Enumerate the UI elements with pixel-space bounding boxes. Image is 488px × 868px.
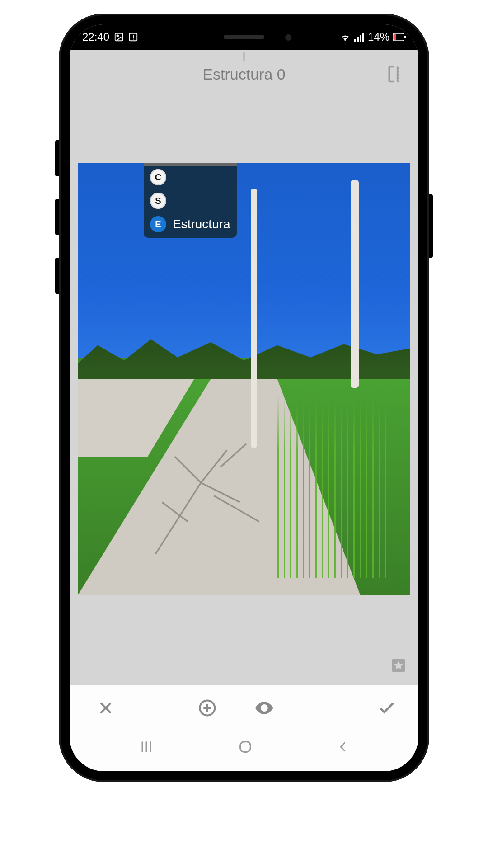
svg-rect-15: [240, 742, 251, 752]
screen: 22:40 14%: [70, 24, 418, 771]
cancel-button[interactable]: [83, 699, 128, 717]
photo-decor: [251, 189, 257, 448]
adjust-chip: C: [150, 169, 166, 185]
svg-point-1: [117, 35, 118, 37]
svg-rect-5: [354, 39, 356, 42]
phone-frame: 22:40 14%: [59, 14, 429, 782]
adjust-structure[interactable]: E Estructura: [148, 216, 232, 232]
bookmark-star-icon[interactable]: [389, 656, 408, 675]
photo-decor: [137, 431, 291, 561]
status-time: 22:40: [82, 31, 109, 43]
svg-rect-11: [404, 36, 406, 38]
adjust-contrast[interactable]: C: [148, 169, 168, 185]
svg-rect-4: [133, 39, 134, 40]
photo-decor: [277, 396, 390, 578]
adjust-chip: E: [150, 216, 166, 232]
editor-canvas-area: B C S E Estructura: [70, 99, 418, 685]
svg-point-14: [263, 706, 266, 710]
app-header: Estructura 0: [70, 50, 418, 99]
svg-rect-8: [362, 33, 364, 42]
adjust-saturation[interactable]: S: [148, 193, 168, 209]
image-notification-icon: [114, 32, 124, 42]
wifi-icon: [340, 33, 351, 42]
drag-handle-icon: [243, 52, 245, 61]
photo-preview[interactable]: B C S E Estructura: [78, 163, 410, 595]
adjust-chip: S: [150, 193, 166, 209]
svg-rect-6: [357, 37, 359, 42]
preview-button[interactable]: [253, 697, 275, 719]
alert-notification-icon: [128, 32, 138, 42]
nav-back-button[interactable]: [336, 740, 350, 754]
speaker-grille: [224, 35, 264, 39]
svg-rect-7: [360, 35, 361, 42]
compare-button[interactable]: [385, 63, 407, 85]
photo-decor: [351, 180, 359, 387]
android-navbar: [70, 731, 418, 771]
battery-percentage: 14%: [368, 31, 389, 43]
svg-rect-10: [394, 34, 396, 40]
adjust-label: Estructura: [173, 217, 230, 231]
svg-rect-0: [115, 33, 123, 41]
notch: [169, 24, 319, 50]
adjustment-panel: B C S E Estructura: [144, 163, 237, 238]
svg-rect-3: [133, 35, 134, 38]
front-camera: [285, 34, 291, 41]
nav-home-button[interactable]: [238, 739, 253, 755]
signal-icon: [354, 33, 364, 42]
add-adjustment-button[interactable]: [197, 697, 217, 719]
header-title: Estructura 0: [202, 66, 285, 83]
battery-icon: [393, 33, 406, 41]
nav-recent-button[interactable]: [138, 739, 155, 755]
editor-toolbar: [70, 685, 418, 731]
confirm-button[interactable]: [369, 698, 405, 718]
